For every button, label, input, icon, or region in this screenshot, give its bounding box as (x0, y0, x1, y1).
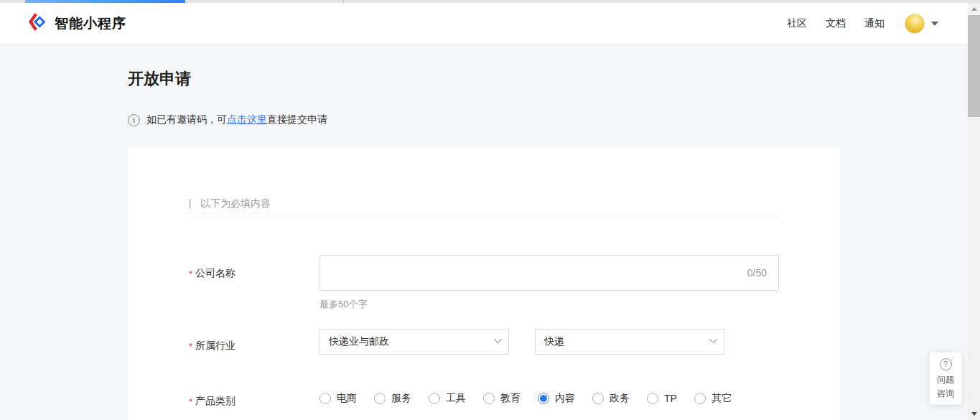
radio-icon[interactable] (592, 393, 604, 404)
nav-item-社区[interactable]: 社区 (787, 17, 807, 30)
help-line-1: 问题 (937, 375, 954, 386)
company-name-helper: 最多50个字 (319, 298, 367, 311)
info-icon: i (128, 114, 140, 126)
section-divider (189, 217, 778, 218)
radio-option-电商[interactable]: 电商 (319, 392, 357, 405)
invite-code-notice: i 如已有邀请码，可点击这里直接提交申请 (128, 113, 327, 126)
radio-label: 电商 (337, 392, 357, 405)
industry-label: *所属行业 (189, 340, 235, 353)
category-radio-group: 电商服务工具教育内容政务TP其它 (319, 392, 732, 405)
radio-label: 政务 (610, 392, 630, 405)
notice-text: 如已有邀请码，可点击这里直接提交申请 (146, 113, 327, 126)
char-counter: 0/50 (747, 267, 767, 279)
radio-label: TP (664, 393, 677, 404)
radio-option-其它[interactable]: 其它 (694, 392, 732, 405)
application-form-card: 以下为必填内容 *公司名称 0/50 最多50个字 *所属行业 快递业与邮政 快… (128, 147, 840, 420)
radio-label: 服务 (391, 392, 411, 405)
required-mark: * (189, 396, 192, 407)
scroll-up-icon (971, 7, 977, 11)
radio-option-政务[interactable]: 政务 (592, 392, 630, 405)
nav-item-文档[interactable]: 文档 (826, 17, 846, 30)
industry-primary-value: 快递业与邮政 (329, 335, 494, 348)
radio-icon[interactable] (694, 393, 706, 404)
industry-secondary-select[interactable]: 快递 (535, 329, 724, 355)
radio-icon[interactable] (538, 393, 549, 404)
chevron-down-icon (494, 335, 502, 343)
radio-label: 工具 (446, 392, 466, 405)
vertical-scrollbar (968, 3, 980, 420)
radio-option-服务[interactable]: 服务 (374, 392, 411, 405)
radio-icon[interactable] (429, 393, 440, 404)
radio-option-工具[interactable]: 工具 (429, 392, 466, 405)
scroll-up-button[interactable] (968, 3, 980, 15)
top-header: 智能小程序 社区文档通知 (0, 3, 980, 45)
page-title: 开放申请 (128, 68, 191, 90)
radio-option-TP[interactable]: TP (647, 393, 677, 404)
scroll-down-icon (971, 412, 977, 416)
company-name-input[interactable] (332, 256, 747, 290)
company-name-field: 0/50 (319, 255, 779, 291)
industry-secondary-value: 快递 (544, 335, 709, 348)
required-section-header: 以下为必填内容 (189, 197, 271, 210)
category-label: *产品类别 (189, 395, 235, 408)
radio-option-教育[interactable]: 教育 (483, 392, 521, 405)
radio-icon[interactable] (374, 393, 386, 404)
industry-primary-select[interactable]: 快递业与邮政 (319, 329, 509, 355)
required-mark: * (189, 269, 192, 279)
caret-down-icon[interactable] (931, 22, 938, 26)
nav-item-通知[interactable]: 通知 (864, 17, 885, 30)
app-logo[interactable]: 智能小程序 (29, 12, 126, 34)
user-avatar[interactable] (905, 14, 925, 34)
radio-option-内容[interactable]: 内容 (538, 392, 575, 405)
chevron-down-icon (709, 335, 717, 343)
notice-suffix: 直接提交申请 (267, 113, 327, 125)
radio-icon[interactable] (319, 393, 331, 404)
company-name-label: *公司名称 (189, 267, 235, 280)
notice-prefix: 如已有邀请码，可 (146, 113, 227, 125)
account-menu[interactable] (905, 14, 938, 34)
required-mark: * (189, 341, 192, 352)
section-title: 以下为必填内容 (200, 197, 271, 210)
radio-icon[interactable] (483, 393, 495, 404)
logo-icon (29, 12, 48, 34)
radio-label: 教育 (500, 392, 521, 405)
logo-text: 智能小程序 (55, 14, 126, 33)
header-nav: 社区文档通知 (787, 17, 885, 30)
scroll-down-button[interactable] (968, 408, 980, 420)
scrollbar-thumb[interactable] (968, 15, 980, 117)
radio-label: 其它 (711, 392, 732, 405)
section-bar (189, 199, 191, 209)
question-mark-icon: ? (940, 358, 952, 370)
invite-code-link[interactable]: 点击这里 (227, 113, 267, 125)
help-line-2: 咨询 (937, 388, 954, 399)
radio-label: 内容 (555, 392, 575, 405)
help-consult-button[interactable]: ? 问题 咨询 (929, 352, 962, 405)
radio-icon[interactable] (647, 393, 658, 404)
